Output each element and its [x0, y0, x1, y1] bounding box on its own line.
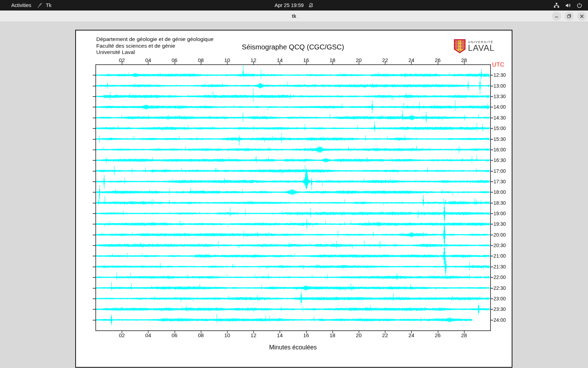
power-icon[interactable] — [576, 2, 582, 8]
bell-muted-icon — [308, 3, 314, 8]
utc-time-label: 22:30 — [493, 285, 506, 291]
seismograph-traces-canvas — [75, 30, 512, 368]
x-tick-label-top: 18 — [326, 57, 339, 63]
x-tick-label-top: 26 — [432, 57, 444, 63]
utc-time-label: 19:30 — [493, 221, 506, 227]
x-axis-title: Minutes écoulées — [96, 344, 490, 351]
x-tick-label-top: 04 — [142, 57, 154, 63]
close-button[interactable] — [577, 12, 586, 21]
utc-label: UTC — [492, 61, 504, 68]
utc-time-label: 17:30 — [493, 179, 506, 184]
header-line1: Département de géologie et de génie géol… — [96, 36, 214, 43]
utc-time-label: 16:30 — [493, 157, 506, 163]
x-tick-label-bottom: 06 — [168, 332, 181, 338]
x-tick-label-bottom: 26 — [432, 332, 444, 338]
utc-time-label: 21:00 — [493, 253, 506, 259]
x-tick-label-bottom: 18 — [326, 332, 339, 338]
utc-time-label: 18:30 — [493, 200, 506, 206]
utc-time-label: 21:30 — [493, 264, 506, 270]
utc-time-label: 15:30 — [493, 136, 506, 142]
restore-button[interactable] — [565, 12, 574, 21]
x-tick-label-bottom: 16 — [300, 332, 313, 338]
x-tick-label-top: 02 — [115, 57, 128, 63]
x-tick-label-bottom: 10 — [221, 332, 233, 338]
x-tick-label-bottom: 14 — [273, 332, 286, 338]
x-tick-label-top: 14 — [273, 57, 286, 63]
utc-time-label: 23:00 — [493, 296, 506, 301]
x-tick-label-bottom: 02 — [115, 332, 128, 338]
utc-time-label: 17:00 — [493, 168, 506, 174]
minimize-button[interactable] — [552, 12, 561, 21]
utc-time-label: 20:30 — [493, 243, 506, 248]
universite-laval-logo: UNIVERSITÉ LAVAL — [454, 39, 495, 55]
x-tick-label-top: 16 — [300, 57, 313, 63]
plot-title: Séismographe QCQ (CGC/GSC) — [96, 43, 490, 51]
utc-time-label: 15:00 — [493, 125, 506, 131]
utc-time-label: 14:30 — [493, 115, 506, 121]
utc-time-label: 16:00 — [493, 147, 506, 152]
logo-laval-text: LAVAL — [468, 44, 495, 52]
x-tick-label-top: 10 — [221, 57, 233, 63]
tk-app-window: Département de géologie et de génie géol… — [0, 22, 588, 368]
utc-time-label: 12:30 — [493, 72, 506, 78]
utc-time-label: 20:00 — [493, 232, 506, 238]
x-tick-label-bottom: 12 — [247, 332, 260, 338]
x-tick-label-bottom: 04 — [142, 332, 154, 338]
x-tick-label-top: 06 — [168, 57, 181, 63]
utc-time-label: 13:30 — [493, 94, 506, 99]
x-tick-label-bottom: 20 — [352, 332, 365, 338]
x-tick-label-top: 22 — [379, 57, 391, 63]
x-tick-label-top: 28 — [458, 57, 470, 63]
x-tick-label-top: 12 — [247, 57, 260, 63]
x-tick-label-bottom: 24 — [405, 332, 418, 338]
network-wired-icon[interactable] — [553, 2, 560, 8]
utc-time-label: 14:00 — [493, 104, 506, 110]
clock[interactable]: Apr 25 19:59 — [274, 2, 303, 8]
utc-time-label: 18:00 — [493, 189, 506, 195]
utc-time-label: 13:00 — [493, 83, 506, 89]
x-tick-label-bottom: 28 — [458, 332, 470, 338]
window-titlebar[interactable]: tk — [0, 11, 588, 22]
x-tick-label-top: 20 — [352, 57, 365, 63]
x-tick-label-top: 24 — [405, 57, 418, 63]
utc-time-label: 23:30 — [493, 306, 506, 312]
utc-time-label: 19:00 — [493, 211, 506, 216]
gnome-top-bar: Activities Tk Apr 25 19:59 — [0, 0, 588, 11]
window-title: tk — [0, 11, 588, 22]
x-tick-label-bottom: 08 — [195, 332, 207, 338]
utc-time-label: 22:00 — [493, 274, 506, 280]
utc-time-label: 24:00 — [493, 317, 506, 323]
seismograph-canvas: Département de géologie et de génie géol… — [75, 30, 512, 368]
x-tick-label-bottom: 22 — [379, 332, 391, 338]
x-tick-label-top: 08 — [195, 57, 207, 63]
laval-shield-icon — [454, 39, 466, 55]
volume-icon[interactable] — [565, 2, 571, 8]
